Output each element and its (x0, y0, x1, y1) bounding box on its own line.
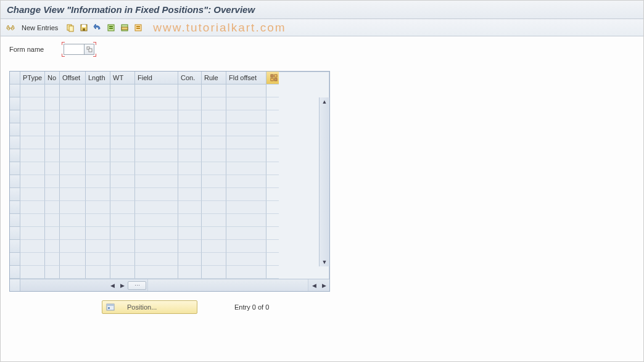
cell-rule[interactable] (202, 123, 226, 136)
cell-no[interactable] (45, 266, 60, 279)
col-wt[interactable]: WT (110, 72, 135, 84)
cell-con[interactable] (178, 201, 202, 214)
table-row[interactable] (10, 149, 329, 162)
cell-rule[interactable] (202, 253, 226, 266)
cell-lngth[interactable] (86, 227, 110, 240)
table-row[interactable] (10, 253, 329, 266)
cell-ptype[interactable] (20, 253, 45, 266)
cell-wt[interactable] (110, 214, 135, 227)
cell-offset[interactable] (60, 149, 86, 162)
cell-field[interactable] (135, 253, 178, 266)
table-row[interactable] (10, 162, 329, 175)
cell-lngth[interactable] (86, 162, 110, 175)
cell-offset[interactable] (60, 97, 86, 110)
cell-offset[interactable] (60, 201, 86, 214)
cell-ptype[interactable] (20, 227, 45, 240)
scroll-left2-icon[interactable]: ◀ (310, 281, 318, 290)
cell-con[interactable] (178, 123, 202, 136)
cell-ptype[interactable] (20, 188, 45, 201)
cell-ptype[interactable] (20, 201, 45, 214)
cell-fldoff[interactable] (226, 201, 266, 214)
cell-fldoff[interactable] (226, 97, 266, 110)
cell-rule[interactable] (202, 149, 226, 162)
cell-field[interactable] (135, 110, 178, 123)
col-fldoff[interactable]: Fld offset (226, 72, 266, 84)
cell-con[interactable] (178, 84, 202, 97)
cell-offset[interactable] (60, 123, 86, 136)
row-selector[interactable] (10, 188, 20, 201)
cell-field[interactable] (135, 214, 178, 227)
row-selector[interactable] (10, 266, 20, 279)
scroll-left-icon[interactable]: ◀ (108, 281, 117, 290)
cell-wt[interactable] (110, 188, 135, 201)
cell-lngth[interactable] (86, 188, 110, 201)
cell-con[interactable] (178, 136, 202, 149)
cell-rule[interactable] (202, 175, 226, 188)
table-row[interactable] (10, 201, 329, 214)
cell-ptype[interactable] (20, 123, 45, 136)
cell-offset[interactable] (60, 110, 86, 123)
table-row[interactable] (10, 227, 329, 240)
cell-offset[interactable] (60, 266, 86, 279)
cell-fldoff[interactable] (226, 123, 266, 136)
cell-field[interactable] (135, 162, 178, 175)
column-select-button[interactable]: ⋯ (128, 281, 146, 290)
cell-lngth[interactable] (86, 240, 110, 253)
cell-rule[interactable] (202, 214, 226, 227)
cell-fldoff[interactable] (226, 240, 266, 253)
cell-rule[interactable] (202, 97, 226, 110)
cell-lngth[interactable] (86, 84, 110, 97)
cell-wt[interactable] (110, 266, 135, 279)
row-selector[interactable] (10, 227, 20, 240)
cell-field[interactable] (135, 136, 178, 149)
cell-no[interactable] (45, 175, 60, 188)
form-name-input[interactable] (64, 44, 85, 55)
position-button[interactable]: Position... (102, 300, 197, 314)
cell-rule[interactable] (202, 266, 226, 279)
hscroll-track[interactable] (147, 279, 308, 291)
cell-ptype[interactable] (20, 84, 45, 97)
cell-field[interactable] (135, 227, 178, 240)
scroll-down-icon[interactable]: ▼ (320, 258, 329, 266)
cell-lngth[interactable] (86, 253, 110, 266)
cell-offset[interactable] (60, 84, 86, 97)
table-row[interactable] (10, 214, 329, 227)
cell-con[interactable] (178, 188, 202, 201)
cell-fldoff[interactable] (226, 136, 266, 149)
table-row[interactable] (10, 266, 329, 279)
cell-offset[interactable] (60, 253, 86, 266)
cell-no[interactable] (45, 97, 60, 110)
col-ptype[interactable]: PType (20, 72, 45, 84)
cell-no[interactable] (45, 240, 60, 253)
cell-no[interactable] (45, 214, 60, 227)
cell-field[interactable] (135, 175, 178, 188)
cell-no[interactable] (45, 162, 60, 175)
cell-wt[interactable] (110, 123, 135, 136)
col-con[interactable]: Con. (178, 72, 202, 84)
cell-fldoff[interactable] (226, 149, 266, 162)
cell-offset[interactable] (60, 188, 86, 201)
table-row[interactable] (10, 84, 329, 97)
cell-offset[interactable] (60, 175, 86, 188)
cell-wt[interactable] (110, 253, 135, 266)
cell-field[interactable] (135, 240, 178, 253)
cell-ptype[interactable] (20, 240, 45, 253)
cell-no[interactable] (45, 84, 60, 97)
cell-no[interactable] (45, 149, 60, 162)
cell-wt[interactable] (110, 240, 135, 253)
table-row[interactable] (10, 97, 329, 110)
select-block-icon[interactable] (120, 23, 130, 33)
table-row[interactable] (10, 136, 329, 149)
cell-no[interactable] (45, 201, 60, 214)
cell-no[interactable] (45, 123, 60, 136)
cell-ptype[interactable] (20, 97, 45, 110)
cell-rule[interactable] (202, 136, 226, 149)
cell-lngth[interactable] (86, 149, 110, 162)
cell-con[interactable] (178, 162, 202, 175)
cell-fldoff[interactable] (226, 214, 266, 227)
cell-fldoff[interactable] (226, 110, 266, 123)
table-row[interactable] (10, 188, 329, 201)
cell-rule[interactable] (202, 162, 226, 175)
cell-no[interactable] (45, 253, 60, 266)
row-selector[interactable] (10, 253, 20, 266)
